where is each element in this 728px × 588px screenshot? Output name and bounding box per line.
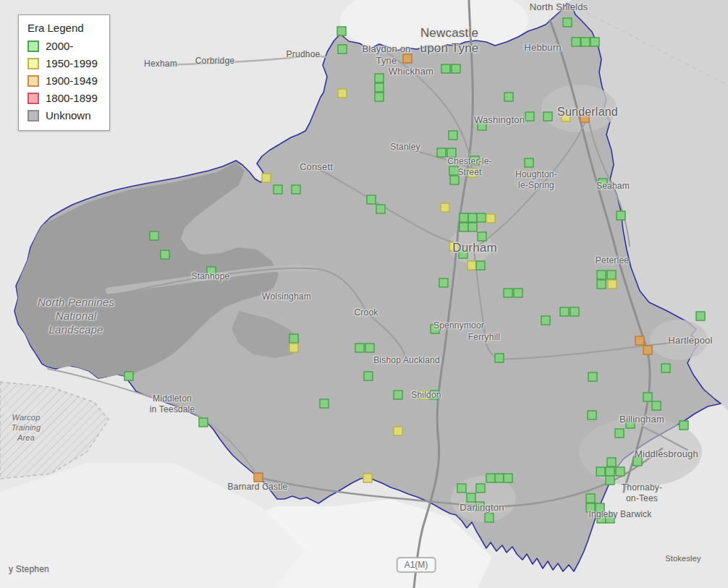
map-point-square[interactable] [606,476,615,485]
map-point-square[interactable] [586,494,596,503]
map-point-square[interactable] [615,429,625,438]
map-point-square[interactable] [376,205,386,214]
map-point-square[interactable] [441,203,450,213]
map-point-square[interactable] [597,270,606,280]
map-point-square[interactable] [375,93,384,102]
map-point-square[interactable] [403,54,412,64]
map-point-square[interactable] [643,346,653,355]
map-point-square[interactable] [586,503,596,513]
map-point-square[interactable] [439,278,449,288]
map-point-square[interactable] [563,18,572,27]
map-point-square[interactable] [661,364,671,373]
map-canvas[interactable]: Newcastle upon TyneNorth ShieldsHebburnB… [0,0,728,588]
map-point-square[interactable] [437,148,446,158]
map-point-square[interactable] [543,112,553,122]
map-point-square[interactable] [150,231,159,241]
map-point-square[interactable] [262,174,271,183]
map-point-square[interactable] [607,270,617,280]
map-point-square[interactable] [476,261,486,270]
map-point-square[interactable] [608,280,617,289]
map-point-square[interactable] [504,289,513,298]
map-point-square[interactable] [633,457,643,466]
map-point-square[interactable] [449,166,459,176]
map-point-square[interactable] [431,325,440,334]
map-point-square[interactable] [207,267,216,276]
map-point-square[interactable] [292,185,301,195]
map-point-square[interactable] [457,484,467,493]
map-point-square[interactable] [626,419,635,429]
map-point-square[interactable] [441,64,451,74]
map-point-square[interactable] [514,289,523,298]
map-point-square[interactable] [478,232,487,242]
legend-item-1800-1899: 1800-1899 [27,92,98,104]
map-point-square[interactable] [477,213,486,223]
map-point-square[interactable] [572,38,581,47]
map-point-square[interactable] [337,27,347,36]
map-point-square[interactable] [570,307,580,317]
map-point-square[interactable] [289,344,299,353]
map-point-square[interactable] [470,156,480,166]
map-point-square[interactable] [588,411,597,420]
map-point-square[interactable] [364,372,373,381]
map-point-square[interactable] [199,418,208,427]
map-point-square[interactable] [338,45,347,54]
map-point-square[interactable] [596,467,606,477]
map-point-square[interactable] [652,401,661,411]
map-point-square[interactable] [363,474,373,483]
map-point-square[interactable] [475,502,485,511]
legend-title: Era Legend [27,22,98,34]
map-point-square[interactable] [478,122,487,131]
map-point-square[interactable] [541,316,551,325]
map-point-square[interactable] [562,113,571,122]
map-point-square[interactable] [696,312,706,321]
map-point-square[interactable] [606,514,615,524]
map-point-square[interactable] [616,467,625,477]
map-point-square[interactable] [124,372,134,381]
map-point-square[interactable] [581,38,591,47]
map-point-square[interactable] [420,391,429,400]
map-point-square[interactable] [598,179,608,188]
legend-item-1950-1999: 1950-1999 [27,57,98,69]
map-point-square[interactable] [504,93,514,102]
map-point-square[interactable] [468,169,478,178]
map-point-square[interactable] [635,336,645,346]
map-point-square[interactable] [452,64,461,74]
map-point-square[interactable] [355,344,365,353]
map-point-square[interactable] [525,158,534,168]
map-point-square[interactable] [338,89,347,98]
map-point-square[interactable] [254,473,263,482]
map-point-square[interactable] [607,458,617,467]
map-point-square[interactable] [375,83,384,93]
map-point-square[interactable] [525,112,535,122]
map-point-square[interactable] [450,176,460,185]
map-point-square[interactable] [596,503,605,513]
map-point-square[interactable] [365,344,375,353]
map-point-square[interactable] [476,484,486,493]
map-point-square[interactable] [680,421,689,430]
map-point-square[interactable] [617,211,626,221]
map-point-square[interactable] [588,372,598,382]
map-point-square[interactable] [449,131,458,140]
map-point-square[interactable] [375,74,384,83]
map-point-square[interactable] [274,185,283,195]
map-point-square[interactable] [161,250,170,260]
map-point-square[interactable] [447,148,457,158]
map-point-square[interactable] [560,307,570,317]
map-point-square[interactable] [580,114,590,123]
map-point-square[interactable] [394,391,403,400]
map-point-square[interactable] [289,334,299,344]
map-point-square[interactable] [430,391,439,400]
map-point-square[interactable] [485,514,494,523]
map-point-square[interactable] [449,242,459,252]
legend-items: 2000-1950-19991900-19491800-1899Unknown [27,40,98,122]
map-point-square[interactable] [504,474,513,483]
map-point-square[interactable] [495,354,504,363]
map-point-square[interactable] [459,250,468,259]
map-point-square[interactable] [486,214,496,223]
map-point-square[interactable] [468,223,478,232]
map-point-square[interactable] [394,427,403,436]
map-point-square[interactable] [320,399,329,409]
map-point-square[interactable] [591,38,600,47]
map-point-square[interactable] [597,280,606,289]
map-point-square[interactable] [367,195,376,205]
